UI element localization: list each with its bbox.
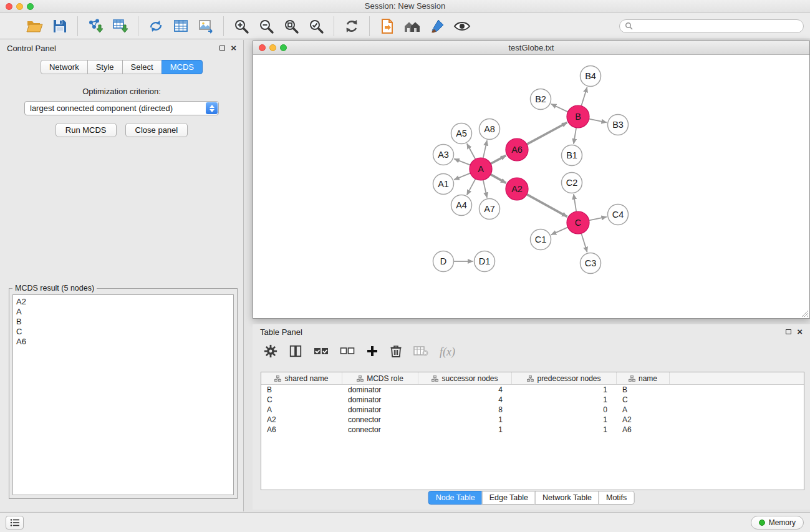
close-panel-button[interactable]: × [797,328,803,336]
column-header-shared-name[interactable]: shared name [261,372,342,384]
graph-node-C4[interactable]: C4 [608,205,629,225]
network-graph[interactable]: A5A8A3AA1A4A7A6A2BB2B4B3B1CC2C4C1C3DD1 [253,55,809,318]
first-neighbors-button[interactable] [400,15,425,37]
optimization-criterion-dropdown[interactable]: largest connected component (directed) [24,101,219,115]
tab-network[interactable]: Network [41,60,88,74]
graph-node-B4[interactable]: B4 [581,66,601,87]
tab-network-table[interactable]: Network Table [535,491,599,505]
run-mcds-button[interactable]: Run MCDS [55,123,117,137]
new-network-button[interactable] [143,15,168,37]
edge-B-B4[interactable] [581,87,587,106]
edge-A2-C[interactable] [527,195,567,217]
create-column-button[interactable] [366,345,378,359]
tab-style[interactable]: Style [87,60,123,74]
table-row[interactable]: Bdominator41B [261,385,804,395]
network-table-button[interactable] [168,15,193,37]
delete-table-button[interactable] [413,345,428,359]
edge-A-A1[interactable] [454,173,470,180]
edge-A-A2[interactable] [491,175,506,183]
column-header-successor-nodes[interactable]: successor nodes [418,372,512,384]
zoom-out-button[interactable] [254,15,279,37]
tab-edge-table[interactable]: Edge Table [482,491,536,505]
edge-C-C2[interactable] [574,194,576,211]
graph-node-B3[interactable]: B3 [608,115,629,135]
table-row[interactable]: Adominator80A [261,405,804,415]
edge-A-A3[interactable] [454,159,470,165]
result-item[interactable]: C [16,327,230,337]
edge-B-B1[interactable] [574,128,576,144]
column-header-name[interactable]: name [617,372,670,384]
import-table-button[interactable] [108,15,133,37]
select-all-button[interactable] [314,345,329,359]
import-network-button[interactable] [83,15,108,37]
edge-A-A5[interactable] [467,143,476,159]
memory-button[interactable]: Memory [751,516,804,530]
delete-column-button[interactable] [390,344,402,360]
graph-node-A1[interactable]: A1 [433,174,454,195]
apply-layout-button[interactable] [375,15,400,37]
result-item[interactable]: A6 [16,337,230,347]
column-header-predecessor-nodes[interactable]: predecessor nodes [512,372,617,384]
edge-A6-B[interactable] [527,123,567,145]
zoom-in-button[interactable] [229,15,254,37]
refresh-button[interactable] [339,15,364,37]
graph-node-A7[interactable]: A7 [480,199,500,220]
task-history-button[interactable] [6,516,24,530]
graph-node-A4[interactable]: A4 [451,195,472,216]
graph-node-B[interactable]: B [567,105,589,128]
close-panel-button-secondary[interactable]: Close panel [125,123,188,137]
edge-B-B3[interactable] [589,119,607,123]
save-session-button[interactable] [47,15,72,37]
graph-node-A[interactable]: A [470,158,492,180]
table-row[interactable]: A6connector11A6 [261,425,804,435]
graph-node-A2[interactable]: A2 [506,178,528,200]
export-image-button[interactable] [193,15,218,37]
graph-node-A5[interactable]: A5 [451,123,472,144]
graph-node-C1[interactable]: C1 [531,230,551,250]
zoom-fit-button[interactable] [279,15,304,37]
graph-node-A6[interactable]: A6 [506,138,528,161]
graph-node-C3[interactable]: C3 [581,253,601,274]
network-window-titlebar[interactable]: testGlobe.txt [253,41,809,55]
result-item[interactable]: B [16,317,230,327]
edge-A-A6[interactable] [491,155,506,163]
network-canvas[interactable]: A5A8A3AA1A4A7A6A2BB2B4B3B1CC2C4C1C3DD1 [253,55,809,318]
open-session-button[interactable] [22,15,47,37]
zoom-selected-button[interactable] [304,15,329,37]
result-item[interactable]: A2 [16,297,230,307]
close-panel-button[interactable]: × [231,44,236,52]
search-field[interactable] [619,19,804,33]
tab-mcds[interactable]: MCDS [162,60,203,74]
show-hide-button[interactable] [450,15,475,37]
float-panel-button[interactable] [786,329,791,334]
graph-node-C2[interactable]: C2 [562,173,582,193]
dropdown-stepper-icon[interactable] [206,102,218,114]
graph-node-B1[interactable]: B1 [562,145,582,166]
deselect-all-button[interactable] [340,345,355,359]
column-header-mcds-role[interactable]: MCDS role [342,372,418,384]
mcds-result-list[interactable]: A2ABCA6 [12,294,234,495]
graph-node-B2[interactable]: B2 [531,89,551,110]
resize-grip-icon[interactable] [801,310,809,317]
function-builder-button[interactable]: f(x) [440,346,455,359]
tab-motifs[interactable]: Motifs [599,491,634,505]
edge-C-C1[interactable] [551,227,568,235]
tab-select[interactable]: Select [122,60,162,74]
style-brush-button[interactable] [425,15,450,37]
table-settings-button[interactable] [264,344,277,360]
edge-C-C4[interactable] [589,217,607,221]
edge-A-A7[interactable] [483,180,487,198]
edge-C-C3[interactable] [581,233,587,252]
graph-node-A8[interactable]: A8 [480,119,500,140]
graph-node-A3[interactable]: A3 [433,145,454,165]
edge-A-A8[interactable] [483,140,487,158]
show-columns-button[interactable] [289,344,302,360]
edge-B-B2[interactable] [551,104,568,112]
graph-node-D1[interactable]: D1 [475,251,495,272]
edge-A-A4[interactable] [467,179,476,195]
graph-node-D[interactable]: D [433,251,454,272]
table-row[interactable]: Cdominator41C [261,395,804,405]
table-row[interactable]: A2connector11A2 [261,415,804,425]
tab-node-table[interactable]: Node Table [428,491,483,505]
search-input[interactable] [636,22,798,31]
